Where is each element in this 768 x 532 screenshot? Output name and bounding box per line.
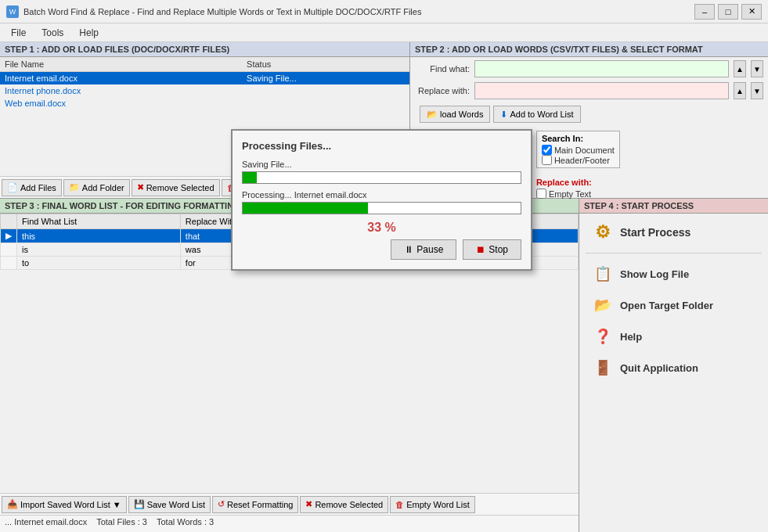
pause-button[interactable]: ⏸ Pause (391, 239, 456, 260)
saving-progress-section: Saving File... (242, 160, 521, 184)
processing-label: Processing... Internet email.docx (242, 190, 521, 200)
saving-progress-fill (243, 172, 257, 183)
processing-progress-fill (243, 203, 368, 214)
stop-icon: ⏹ (476, 244, 485, 255)
processing-progress-bar (242, 202, 521, 214)
processing-dialog: Processing Files... Saving File... Proce… (231, 129, 532, 271)
processing-progress-section: Processing... Internet email.docx (242, 190, 521, 214)
saving-progress-bar (242, 171, 521, 184)
stop-button[interactable]: ⏹ Stop (463, 239, 521, 260)
overall-percent: 33 % (242, 221, 521, 235)
dialog-overlay: Processing Files... Saving File... Proce… (0, 0, 768, 532)
dialog-buttons: ⏸ Pause ⏹ Stop (242, 239, 521, 260)
dialog-title: Processing Files... (242, 140, 521, 152)
saving-label: Saving File... (242, 160, 521, 169)
pause-icon: ⏸ (404, 244, 413, 255)
